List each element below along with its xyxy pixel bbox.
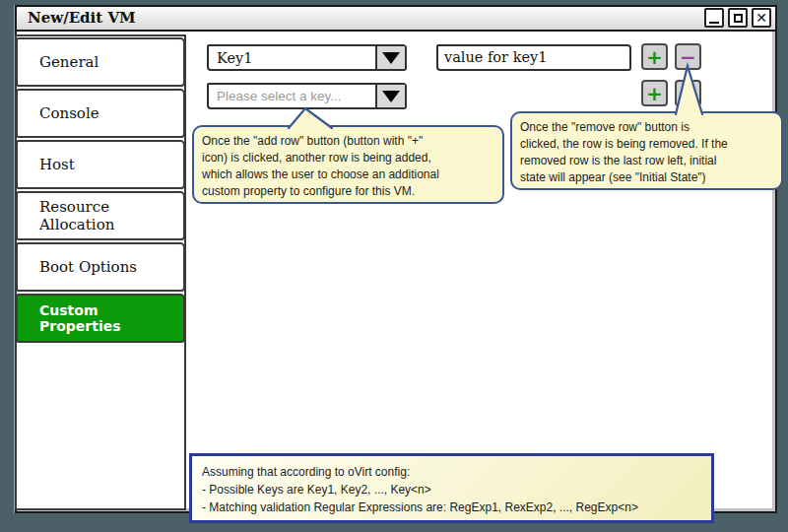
title-bar: New/Edit VM ✕: [17, 7, 775, 32]
dropdown-arrow-button[interactable]: [375, 46, 405, 69]
add-row-callout: Once the "add row" button (button with "…: [192, 125, 504, 204]
key-dropdown-row1[interactable]: Key1: [207, 44, 407, 71]
tab-console[interactable]: Console: [16, 89, 185, 138]
tab-label: Host: [39, 156, 75, 173]
tab-boot-options[interactable]: Boot Options: [16, 242, 185, 292]
window-controls: ✕: [704, 8, 771, 28]
assumptions-note: Assuming that according to oVirt config:…: [189, 453, 714, 523]
tab-custom-properties[interactable]: Custom Properties: [16, 294, 185, 343]
remove-row-callout: Once the "remove row" button is clicked,…: [510, 111, 783, 190]
minus-icon: −: [680, 84, 696, 103]
sidebar: General Console Host Resource Allocation…: [15, 34, 186, 510]
vm-dialog-window: New/Edit VM ✕ General Console Host Resou…: [15, 5, 777, 513]
tab-label: General: [39, 53, 98, 71]
tab-label: Boot Options: [39, 258, 137, 276]
key-dropdown-value: Key1: [209, 50, 375, 66]
chevron-down-icon: [382, 91, 400, 102]
tab-label: Resource Allocation: [39, 198, 183, 233]
add-row-button-row1[interactable]: +: [641, 43, 668, 70]
maximize-button[interactable]: [728, 8, 748, 28]
maximize-icon: [734, 14, 743, 23]
window-title: New/Edit VM: [28, 7, 136, 30]
add-row-button-row2[interactable]: +: [641, 80, 668, 106]
tab-label: Console: [39, 104, 99, 122]
dropdown-arrow-button[interactable]: [375, 85, 405, 107]
minus-icon: −: [680, 47, 696, 67]
minimize-icon: [709, 22, 719, 24]
key-dropdown-row2[interactable]: Please select a key...: [207, 83, 407, 109]
remove-row-button-row2[interactable]: −: [675, 80, 701, 106]
plus-icon: +: [646, 84, 663, 103]
value-input-text: value for key1: [444, 49, 547, 65]
close-icon: ✕: [755, 11, 767, 25]
key-dropdown-placeholder: Please select a key...: [209, 89, 375, 103]
tab-label: Custom Properties: [39, 302, 183, 334]
tab-resource-allocation[interactable]: Resource Allocation: [16, 191, 185, 240]
remove-row-button-row1[interactable]: −: [675, 43, 701, 70]
value-input-row1[interactable]: value for key1: [436, 44, 631, 71]
plus-icon: +: [646, 47, 663, 67]
close-button[interactable]: ✕: [752, 8, 771, 28]
minimize-button[interactable]: [704, 8, 724, 28]
tab-host[interactable]: Host: [16, 140, 185, 189]
chevron-down-icon: [382, 52, 400, 64]
tab-general[interactable]: General: [16, 37, 185, 87]
